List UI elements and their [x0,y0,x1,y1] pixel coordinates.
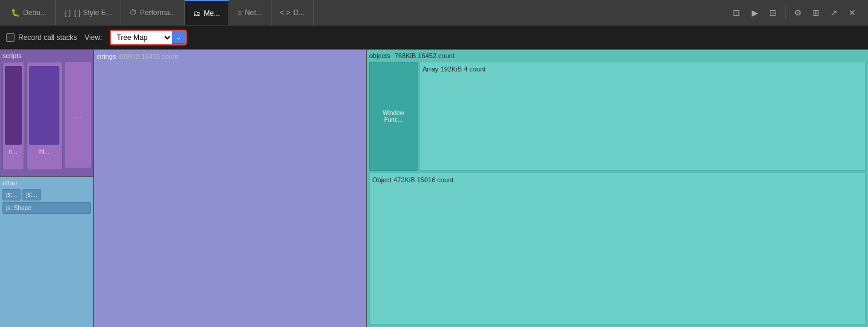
view-label: View: [84,33,102,42]
scripts-section: scripts n... ht... ... [0,50,93,177]
tab-actions: ⊡ ▶ ⊟ ⚙ ⊞ ↗ ✕ [728,4,866,21]
sidebar-button[interactable]: ⊞ [807,4,824,21]
script-tile-ht[interactable]: ht... [27,62,62,170]
other-tile-js2[interactable]: js:... [22,189,41,200]
other-tiles: js:... js:... js::Shape [2,189,91,214]
scripts-label: scripts [2,52,91,59]
tab-performance[interactable]: ⏱ Performa... [121,0,185,25]
perf-icon: ⏱ [130,8,137,17]
objects-meta: 768KiB 16452 count [395,52,455,59]
debugger-icon: 🐛 [11,8,20,17]
array-meta: 192KiB 4 count [441,65,486,73]
split-button[interactable]: ⊟ [764,4,781,21]
settings-button[interactable]: ⚙ [789,4,806,21]
toolbar: Record call stacks View: Tree Map Summar… [0,25,868,50]
tab-style-editor[interactable]: { } { } Style E... [56,0,121,25]
array-label: Array [422,65,438,73]
window-func-label: WindowFunc... [382,110,404,123]
script-tile-dots[interactable]: ... [65,62,91,168]
style-icon: { } [64,8,71,17]
other-tile-js1[interactable]: js:... [2,189,21,200]
other-label: other [2,179,91,187]
other-tile-jsshape[interactable]: js::Shape [2,202,91,214]
object-label: Object [372,176,392,183]
tab-dom[interactable]: < > D... [272,0,314,25]
console-button[interactable]: ▶ [746,4,763,21]
tab-memory[interactable]: 🗂 Me... [185,0,229,25]
strings-meta: 409KiB 16455 count [118,53,178,60]
left-panel: scripts n... ht... ... other js:... js:.… [0,50,94,327]
strings-label: strings [96,53,116,60]
objects-inner: WindowFunc... Array 192KiB 4 count Objec… [369,62,866,325]
treemap-container: scripts n... ht... ... other js:... js:.… [0,50,868,327]
record-call-stacks-checkbox[interactable] [6,33,15,42]
undock-button[interactable]: ↗ [826,4,843,21]
objects-label: objects [369,52,390,59]
other-section: other js:... js:... js::Shape [0,177,93,327]
window-func-area: WindowFunc... Array 192KiB 4 count [369,62,866,171]
tab-bar: 🐛 Debu... { } { } Style E... ⏱ Performa.… [0,0,868,25]
dom-icon: < > [280,8,290,17]
objects-section: objects 768KiB 16452 count WindowFunc...… [367,50,868,327]
object-tile[interactable]: Object 472KiB 15016 count [369,173,866,325]
close-button[interactable]: ✕ [844,4,861,21]
separator [785,7,786,19]
network-icon: ≡ [238,8,242,17]
view-select[interactable]: Tree Map Summary Containment Statistics [111,31,172,44]
array-tile[interactable]: Array 192KiB 4 count [419,62,866,171]
script-tile-n[interactable]: n... [2,62,24,170]
tab-debugger[interactable]: 🐛 Debu... [2,0,56,25]
select-arrow-icon[interactable]: ⌄ [172,31,185,44]
window-func-tile[interactable]: WindowFunc... [369,62,418,171]
view-select-wrapper: Tree Map Summary Containment Statistics … [110,30,187,45]
strings-section[interactable]: strings 409KiB 16455 count [94,50,367,327]
objects-header: objects 768KiB 16452 count [369,52,866,59]
memory-icon: 🗂 [193,9,201,18]
object-meta: 472KiB 15016 count [393,176,453,183]
scripts-tiles: n... ht... ... [2,62,91,170]
responsive-design-button[interactable]: ⊡ [728,4,745,21]
tab-network[interactable]: ≡ Net... [229,0,272,25]
record-call-stacks-label[interactable]: Record call stacks [6,33,77,42]
